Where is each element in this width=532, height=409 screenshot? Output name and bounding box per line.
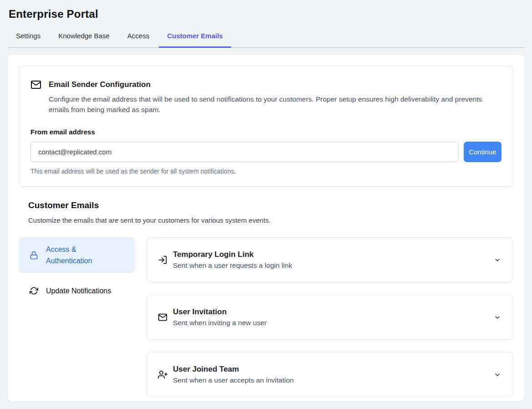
sidebar-item-update-notifications[interactable]: Update Notifications	[19, 279, 135, 303]
customer-emails-title: Customer Emails	[28, 200, 513, 210]
email-category-nav: Access & Authentication Update Notificat…	[19, 237, 135, 303]
sidebar-item-label: Access & Authentication	[46, 244, 117, 266]
main-panel: Email Sender Configuration Configure the…	[7, 54, 525, 402]
email-card-user-joined-team[interactable]: User Joined Team Sent when a user accept…	[146, 352, 513, 397]
email-card-temporary-login-link[interactable]: Temporary Login Link Sent when a user re…	[146, 237, 513, 282]
continue-button[interactable]: Continue	[464, 142, 502, 162]
email-template-list: Temporary Login Link Sent when a user re…	[146, 237, 513, 397]
email-card-title: User Invitation	[173, 307, 267, 317]
user-plus-icon	[158, 370, 167, 379]
sender-config-description: Configure the email address that will be…	[49, 94, 488, 115]
sender-config-title: Email Sender Configuration	[49, 80, 151, 89]
email-sender-config-card: Email Sender Configuration Configure the…	[19, 66, 513, 187]
refresh-icon	[30, 286, 38, 295]
email-card-subtitle: Sent when a user accepts an invitation	[173, 376, 294, 384]
login-icon	[158, 255, 167, 265]
mail-icon	[30, 79, 41, 90]
tab-access[interactable]: Access	[119, 30, 157, 48]
sender-helper-text: This email address will be used as the s…	[30, 168, 502, 175]
tab-knowledge-base[interactable]: Knowledge Base	[50, 30, 118, 48]
lock-icon	[30, 251, 38, 260]
page-title: Enterprise Portal	[9, 8, 532, 20]
tab-customer-emails[interactable]: Customer Emails	[159, 30, 231, 48]
tab-bar: Settings Knowledge Base Access Customer …	[8, 30, 525, 48]
email-card-user-invitation[interactable]: User Invitation Sent when inviting a new…	[146, 295, 513, 340]
chevron-down-icon[interactable]	[494, 256, 501, 264]
chevron-down-icon[interactable]	[494, 371, 501, 378]
mail-icon	[158, 312, 167, 322]
sidebar-item-label: Update Notifications	[46, 285, 111, 297]
email-card-title: Temporary Login Link	[173, 250, 292, 259]
customer-emails-description: Customize the emails that are sent to yo…	[28, 216, 513, 224]
from-email-label: From email address	[30, 128, 502, 136]
sidebar-item-access-authentication[interactable]: Access & Authentication	[19, 237, 135, 273]
email-card-subtitle: Sent when inviting a new user	[173, 319, 267, 327]
tab-settings[interactable]: Settings	[8, 30, 49, 48]
from-email-input[interactable]	[30, 142, 459, 162]
chevron-down-icon[interactable]	[494, 314, 501, 321]
email-card-title: User Joined Team	[173, 365, 294, 374]
email-card-subtitle: Sent when a user requests a login link	[173, 261, 292, 270]
